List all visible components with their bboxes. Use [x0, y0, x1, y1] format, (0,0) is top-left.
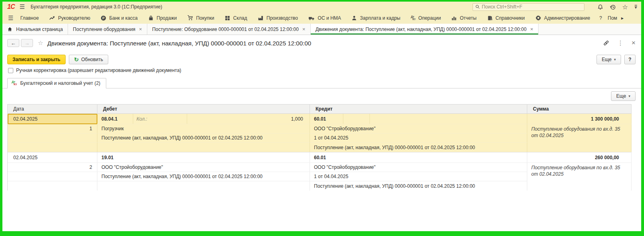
section-help[interactable]: ?	[595, 12, 606, 24]
column-header-credit[interactable]: Кредит	[310, 105, 527, 113]
section-bank-i-kassa[interactable]: Р Банк и касса	[95, 12, 143, 24]
search-input[interactable]	[482, 4, 582, 10]
tab-close-icon[interactable]: ×	[139, 27, 142, 32]
debit-account: 19.01	[97, 155, 114, 160]
history-icon[interactable]	[610, 4, 616, 10]
credit-analytics[interactable]: 1 от 04.04.2025	[310, 172, 527, 181]
section-glavnoe[interactable]: Главное	[15, 12, 44, 24]
tab-home[interactable]: Начальная страница	[2, 24, 68, 35]
add-favorite-star-icon[interactable]: ☆	[38, 39, 43, 47]
tab-postuplenie-oborudovaniya[interactable]: Поступление оборудования ×	[68, 24, 147, 35]
chevron-down-icon: ▾	[614, 57, 616, 62]
kebab-menu-icon[interactable]: ⋮	[617, 39, 623, 47]
debit-account-cell[interactable]: 19.01	[97, 152, 310, 163]
tab-postuplenie-dokument[interactable]: Поступление: Оборудование 0000-000001 от…	[147, 24, 311, 35]
tab-label: Поступление: Оборудование 0000-000001 от…	[152, 27, 299, 32]
section-proizvodstvo[interactable]: Производство	[252, 12, 303, 24]
1c-logo: 1С	[7, 3, 14, 10]
credit-analytics[interactable]: Поступление (акт, накладная, УПД) 0000-0…	[310, 143, 527, 152]
credit-account: 60.01	[310, 116, 343, 122]
section-label: Банк и касса	[109, 15, 138, 21]
tab-close-icon[interactable]: ×	[530, 27, 533, 32]
empty-cell	[8, 181, 97, 191]
section-zarplata-i-kadry[interactable]: Зарплата и кадры	[346, 12, 405, 24]
credit-analytics[interactable]: ООО "Стройоборудование"	[310, 163, 527, 172]
section-pomoshch-truncated[interactable]: Пом	[606, 12, 619, 24]
more-button[interactable]: Еще ▾	[597, 55, 621, 64]
gear-icon	[535, 15, 541, 21]
tab-dvizheniya-dokumenta[interactable]: Движения документа: Поступление (акт, на…	[311, 24, 539, 35]
credit-subcell	[369, 114, 527, 124]
favorites-star-icon[interactable]: ☆	[622, 3, 628, 11]
dt-kt-register-icon: ДтКт	[12, 81, 17, 86]
qty-label-cell: Кол.:	[133, 114, 187, 124]
empty-cell	[8, 143, 97, 152]
table-row[interactable]: 02.04.2025 19.01 60.01 260 000,00 2 ООО …	[8, 152, 632, 191]
section-prodazhi[interactable]: Продажи	[143, 12, 182, 24]
debit-account-cell[interactable]: 08.04.1 Кол.: 1,000	[97, 114, 310, 124]
trending-up-icon	[49, 15, 55, 21]
debit-analytics[interactable]: Поступление (акт, накладная, УПД) 0000-0…	[97, 133, 310, 143]
tab-accounting-register[interactable]: ДтКт Бухгалтерский и налоговый учет (2)	[7, 78, 106, 88]
app-title: Бухгалтерия предприятия, редакция 3.0 (1…	[31, 4, 162, 10]
sections-menu-icon[interactable]: ☰	[8, 14, 13, 22]
tab-label: Начальная страница	[16, 27, 63, 32]
help-button[interactable]: ?	[624, 55, 636, 64]
section-operacii[interactable]: Дт Кт Операции	[406, 12, 446, 24]
close-form-icon[interactable]: ×	[632, 39, 636, 47]
section-label: Склад	[233, 15, 247, 21]
row-number: 1	[8, 124, 97, 133]
movement-comment[interactable]: Поступление оборудования по вх.д. 35 от …	[527, 163, 632, 191]
table-row[interactable]: 02.04.2025 08.04.1 Кол.: 1,000 60.01 1 3…	[8, 114, 632, 152]
empty-cell	[97, 181, 310, 191]
credit-account-cell[interactable]: 60.01	[310, 152, 527, 163]
refresh-icon: ↻	[74, 56, 79, 63]
global-search[interactable]	[473, 3, 584, 11]
credit-account-cell[interactable]: 60.01	[310, 114, 527, 124]
credit-analytics[interactable]: ООО "Стройоборудование"	[310, 124, 527, 133]
section-sklad[interactable]: Склад	[219, 12, 252, 24]
section-os-i-nma[interactable]: ОС и НМА	[303, 12, 346, 24]
column-header-date[interactable]: Дата	[8, 105, 97, 113]
section-label: Главное	[20, 15, 39, 21]
cart-icon	[187, 15, 193, 21]
button-label: Еще	[616, 93, 626, 99]
refresh-button[interactable]: ↻ Обновить	[69, 55, 108, 64]
forward-button[interactable]: →	[21, 39, 33, 47]
debit-analytics[interactable]: Погрузчик	[97, 124, 310, 133]
tab-close-icon[interactable]: ×	[302, 27, 305, 32]
chevron-down-icon: ▾	[628, 94, 630, 98]
debit-analytics[interactable]: ООО "Стройоборудование"	[97, 163, 310, 172]
save-and-close-button[interactable]: Записать и закрыть	[7, 55, 66, 64]
section-otchety[interactable]: Отчеты	[446, 12, 481, 24]
section-label: Операции	[418, 15, 441, 21]
menu-scroll-right-icon[interactable]: ▸	[619, 15, 626, 21]
search-icon	[475, 4, 480, 9]
get-link-icon[interactable]	[603, 40, 609, 46]
section-rukovoditelyu[interactable]: Руководителю	[44, 12, 95, 24]
back-button[interactable]: ←	[7, 39, 19, 47]
register-more-button[interactable]: Еще ▾	[611, 91, 636, 101]
section-administrirovanie[interactable]: Администрирование	[530, 12, 595, 24]
amount-cell[interactable]: 260 000,00	[527, 152, 632, 163]
register-panel: Еще ▾ Дата Дебет Кредит Сумма 02.04.2025…	[2, 88, 641, 191]
section-label: Справочники	[495, 15, 525, 21]
credit-analytics[interactable]: 1 от 04.04.2025	[310, 133, 527, 143]
column-header-sum[interactable]: Сумма	[527, 105, 632, 113]
amount-cell[interactable]: 1 300 000,00	[527, 114, 632, 124]
person-icon	[351, 15, 357, 21]
debit-analytics[interactable]: Поступление (акт, накладная, УПД) 0000-0…	[97, 172, 310, 181]
main-menu-icon[interactable]: ☰	[19, 3, 25, 10]
column-header-debit[interactable]: Дебет	[97, 105, 310, 113]
service-menu-icon[interactable]: ≡▾	[634, 5, 637, 9]
date-cell-selected[interactable]: 02.04.2025	[8, 114, 97, 124]
section-pokupki[interactable]: Покупки	[182, 12, 219, 24]
date-cell[interactable]: 02.04.2025	[8, 152, 97, 163]
button-label: ?	[628, 57, 631, 62]
movement-comment[interactable]: Поступление оборудования по вх.д. 35 от …	[527, 124, 632, 152]
credit-analytics[interactable]: Поступление (акт, накладная, УПД) 0000-0…	[310, 181, 527, 191]
manual-correction-checkbox[interactable]	[8, 68, 13, 73]
document-header: ← → ☆ Движения документа: Поступление (а…	[2, 35, 641, 51]
notifications-bell-icon[interactable]	[597, 4, 603, 10]
section-spravochniki[interactable]: Справочники	[482, 12, 530, 24]
